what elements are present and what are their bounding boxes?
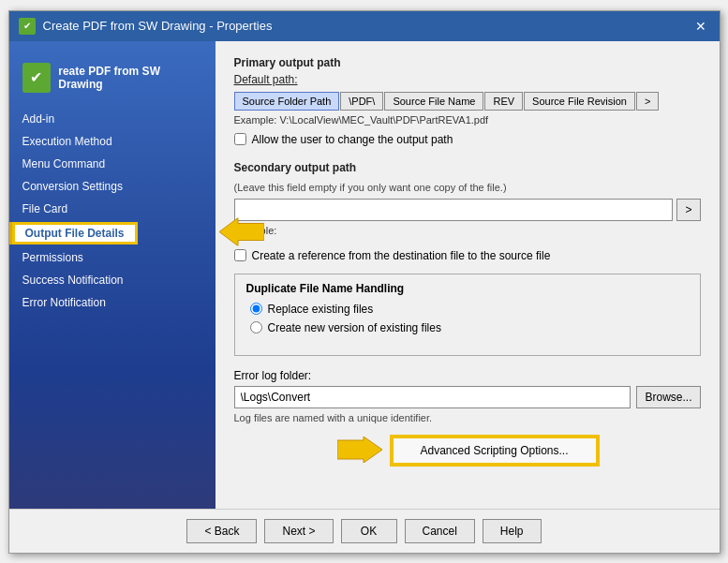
allow-change-label: Allow the user to change the output path [252, 133, 453, 146]
error-log-section: Error log folder: \Logs\Convert Browse..… [234, 369, 701, 423]
right-arrow-annotation [337, 437, 382, 466]
back-button[interactable]: < Back [186, 519, 257, 543]
duplicate-handling-group: Duplicate File Name Handling Replace exi… [234, 274, 701, 356]
allow-change-row: Allow the user to change the output path [234, 133, 701, 146]
titlebar: ✔ Create PDF from SW Drawing - Propertie… [9, 11, 720, 41]
next-button[interactable]: Next > [264, 519, 333, 543]
ok-button[interactable]: OK [341, 519, 397, 543]
secondary-example-text: Example: [234, 225, 701, 236]
radio-newversion-row: Create new version of existing files [250, 321, 689, 334]
sidebar-item-addin[interactable]: Add-in [9, 108, 215, 130]
duplicate-handling-title: Duplicate File Name Handling [246, 282, 689, 295]
source-folder-path-btn[interactable]: Source Folder Path [234, 92, 340, 111]
titlebar-left: ✔ Create PDF from SW Drawing - Propertie… [19, 18, 273, 35]
app-icon: ✔ [19, 18, 36, 35]
dialog-footer: < Back Next > OK Cancel Help [9, 509, 720, 553]
sidebar-item-permissions[interactable]: Permissions [9, 246, 215, 269]
sidebar-item-filecard[interactable]: File Card [9, 198, 215, 220]
create-reference-label: Create a reference from the destination … [252, 249, 551, 262]
replace-radio[interactable] [250, 303, 262, 315]
sidebar-item-success[interactable]: Success Notification [9, 269, 215, 291]
allow-change-checkbox[interactable] [234, 133, 246, 145]
close-button[interactable]: ✕ [691, 17, 710, 36]
secondary-input-row: > [234, 199, 701, 221]
sidebar-item-execution[interactable]: Execution Method [9, 130, 215, 153]
radio-group: Replace existing files Create new versio… [250, 303, 689, 334]
dialog-body: ✔ reate PDF from SW Drawing Add-in Execu… [9, 41, 720, 509]
path-buttons-row: Source Folder Path \PDF\ Source File Nam… [234, 92, 701, 111]
secondary-path-btn[interactable]: > [676, 199, 700, 221]
advanced-btn-wrapper: Advanced Scripting Options... [234, 437, 701, 466]
log-files-note: Log files are named with a unique identi… [234, 412, 701, 423]
dialog-title: Create PDF from SW Drawing - Properties [43, 19, 273, 33]
create-reference-checkbox[interactable] [234, 249, 246, 261]
main-content: Primary output path Default path: Source… [215, 41, 720, 509]
primary-example-text: Example: V:\LocalView\MEC_Vault\PDF\Part… [234, 114, 701, 126]
default-path-label: Default path: [234, 73, 701, 86]
browse-button[interactable]: Browse... [636, 386, 700, 408]
newversion-label: Create new version of existing files [268, 321, 441, 334]
replace-label: Replace existing files [268, 303, 374, 316]
sidebar-active-wrapper: Output File Details [9, 220, 215, 246]
secondary-path-input[interactable] [234, 199, 674, 221]
primary-output-path-title: Primary output path [234, 56, 701, 69]
more-btn[interactable]: > [636, 92, 659, 111]
error-log-input[interactable]: \Logs\Convert [234, 386, 631, 408]
rev-btn[interactable]: REV [484, 92, 523, 111]
sidebar-header-text: reate PDF from SW Drawing [58, 65, 201, 91]
secondary-output-title: Secondary output path [234, 161, 701, 174]
sidebar: ✔ reate PDF from SW Drawing Add-in Execu… [9, 41, 215, 509]
sidebar-item-outputfile[interactable]: Output File Details [9, 222, 138, 244]
source-file-name-btn[interactable]: Source File Name [384, 92, 483, 111]
create-reference-row: Create a reference from the destination … [234, 249, 701, 262]
help-button[interactable]: Help [483, 519, 542, 543]
error-log-row: \Logs\Convert Browse... [234, 386, 701, 408]
sidebar-header: ✔ reate PDF from SW Drawing [9, 55, 215, 108]
cancel-button[interactable]: Cancel [405, 519, 475, 543]
svg-marker-1 [337, 437, 382, 463]
sidebar-item-conversion[interactable]: Conversion Settings [9, 175, 215, 198]
sidebar-header-icon: ✔ [22, 63, 52, 93]
newversion-radio[interactable] [250, 321, 262, 333]
radio-replace-row: Replace existing files [250, 303, 689, 316]
secondary-note: (Leave this field empty if you only want… [234, 182, 701, 193]
source-file-revision-btn[interactable]: Source File Revision [524, 92, 635, 111]
advanced-scripting-button[interactable]: Advanced Scripting Options... [392, 437, 598, 465]
left-arrow-annotation [219, 217, 264, 248]
sidebar-item-menu[interactable]: Menu Command [9, 153, 215, 175]
error-log-label: Error log folder: [234, 369, 701, 382]
dialog-window: ✔ Create PDF from SW Drawing - Propertie… [8, 10, 721, 554]
sidebar-item-error[interactable]: Error Notification [9, 291, 215, 314]
pdf-btn[interactable]: \PDF\ [340, 92, 383, 111]
svg-marker-0 [219, 217, 264, 245]
